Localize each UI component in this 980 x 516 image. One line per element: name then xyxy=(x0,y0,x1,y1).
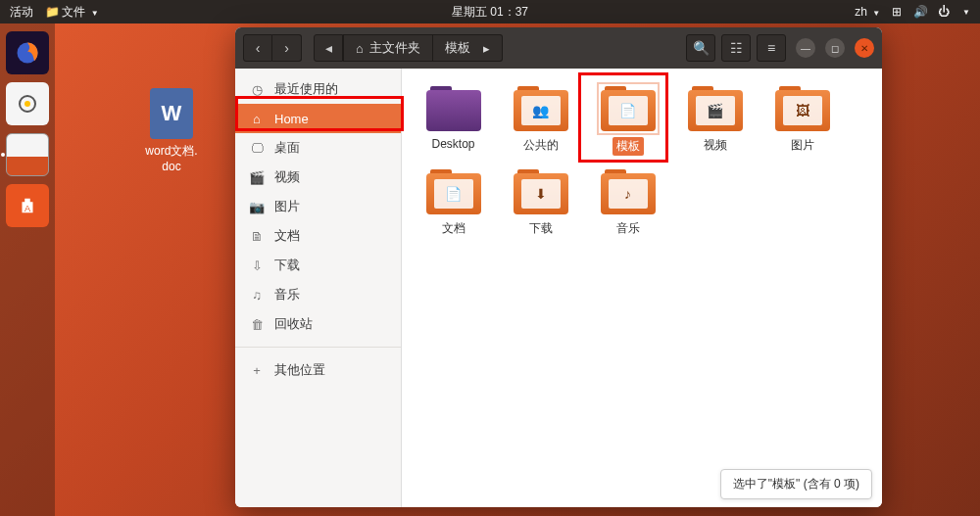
sidebar-item-label: 最近使用的 xyxy=(274,80,338,98)
content-area: Desktop👥公共的📄模板🎬视频🖼图片📄文档⬇下载♪音乐 选中了"模板" (含… xyxy=(402,69,882,507)
clock[interactable]: 星期五 01：37 xyxy=(452,4,528,21)
word-icon: W xyxy=(150,88,193,139)
path-prev-button[interactable]: ◂ xyxy=(314,34,343,62)
sidebar-item-doc[interactable]: 🗎文档 xyxy=(235,221,401,251)
folder-icon: ⬇ xyxy=(514,169,568,214)
folder-icon xyxy=(426,86,481,131)
sidebar-item-clock[interactable]: ◷最近使用的 xyxy=(235,74,401,104)
titlebar: ‹ › ◂ ⌂主文件夹 模板 ▸ 🔍 ☷ ≡ — ◻ ✕ xyxy=(235,27,882,69)
desktop-file-label: word文档. doc xyxy=(137,143,206,173)
home-icon: ⌂ xyxy=(356,41,364,56)
sidebar-item-label: Home xyxy=(274,112,309,126)
dock-rhythmbox[interactable] xyxy=(6,82,49,125)
desktop-file-word[interactable]: W word文档. doc xyxy=(137,88,206,173)
input-method[interactable]: zh ▼ xyxy=(855,5,880,19)
folder-item[interactable]: Desktop xyxy=(421,86,485,156)
view-toggle-button[interactable]: ☷ xyxy=(721,34,751,62)
home-icon: ⌂ xyxy=(249,111,265,126)
folder-label: 音乐 xyxy=(616,221,640,235)
sidebar-item-music[interactable]: ♫音乐 xyxy=(235,280,401,309)
window-minimize-button[interactable]: — xyxy=(796,38,815,58)
nav-back-button[interactable]: ‹ xyxy=(243,34,272,62)
folder-label: 视频 xyxy=(704,138,727,152)
volume-icon[interactable]: 🔊 xyxy=(913,5,927,19)
chevron-down-icon: ▼ xyxy=(91,9,99,18)
trash-icon: 🗑 xyxy=(249,316,265,332)
svg-text:A: A xyxy=(24,204,31,213)
sidebar-item-label: 图片 xyxy=(274,198,300,215)
pathbar: ◂ ⌂主文件夹 模板 ▸ xyxy=(314,34,503,62)
hamburger-button[interactable]: ≡ xyxy=(757,34,786,62)
folder-item[interactable]: 👥公共的 xyxy=(509,86,572,156)
music-icon: ♫ xyxy=(249,287,265,303)
sidebar-item-label: 视频 xyxy=(274,168,300,186)
path-segment-home[interactable]: ⌂主文件夹 xyxy=(343,34,433,62)
sidebar-item-label: 文档 xyxy=(274,227,300,245)
folder-icon: 📄 xyxy=(426,169,481,214)
sidebar-item-image[interactable]: 📷图片 xyxy=(235,192,401,221)
folder-item[interactable]: ⬇下载 xyxy=(509,169,572,237)
sidebar-item-download[interactable]: ⇩下载 xyxy=(235,251,401,280)
sidebar-item-label: 桌面 xyxy=(274,139,300,157)
sidebar-item-trash[interactable]: 🗑回收站 xyxy=(235,309,401,339)
svg-point-2 xyxy=(24,101,30,107)
folder-icon: 📄 xyxy=(601,86,656,131)
folder-label: Desktop xyxy=(431,137,474,151)
search-button[interactable]: 🔍 xyxy=(686,34,715,62)
sidebar-item-desktop[interactable]: 🖵桌面 xyxy=(235,133,401,163)
dock-firefox[interactable] xyxy=(6,31,49,74)
network-icon[interactable]: ⊞ xyxy=(890,5,904,19)
power-icon[interactable]: ⏻ xyxy=(937,5,951,19)
folder-item[interactable]: 🎬视频 xyxy=(683,86,747,156)
dock: A xyxy=(0,23,55,516)
sidebar-item-video[interactable]: 🎬视频 xyxy=(235,163,401,192)
folder-item[interactable]: ♪音乐 xyxy=(596,169,660,237)
video-icon: 🎬 xyxy=(249,169,265,185)
files-window: ‹ › ◂ ⌂主文件夹 模板 ▸ 🔍 ☷ ≡ — ◻ ✕ ◷最近使用的⌂Home… xyxy=(235,27,882,507)
folder-icon: 🖼 xyxy=(775,86,830,131)
path-segment-current[interactable]: 模板 ▸ xyxy=(433,34,503,62)
clock-icon: ◷ xyxy=(249,81,265,97)
dock-files[interactable] xyxy=(6,133,49,176)
files-icon: 📁 xyxy=(45,5,59,19)
window-close-button[interactable]: ✕ xyxy=(855,38,874,58)
dock-software[interactable]: A xyxy=(6,184,49,227)
sidebar-item-label: 其他位置 xyxy=(274,361,325,379)
sidebar-item-other[interactable]: +其他位置 xyxy=(235,355,401,385)
window-maximize-button[interactable]: ◻ xyxy=(825,38,845,58)
sidebar-item-label: 音乐 xyxy=(274,286,300,304)
folder-label: 下载 xyxy=(529,221,553,235)
top-panel: 活动 📁 文件 ▼ 星期五 01：37 zh ▼ ⊞ 🔊 ⏻ ▼ xyxy=(0,0,980,23)
download-icon: ⇩ xyxy=(249,258,265,273)
sidebar-item-label: 下载 xyxy=(274,257,300,274)
app-menu[interactable]: 📁 文件 ▼ xyxy=(45,4,99,21)
folder-label: 公共的 xyxy=(523,138,559,152)
statusbar: 选中了"模板" (含有 0 项) xyxy=(720,469,872,499)
chevron-down-icon: ▼ xyxy=(962,8,970,17)
folder-label: 文档 xyxy=(442,221,466,235)
image-icon: 📷 xyxy=(249,199,265,214)
folder-icon: 👥 xyxy=(514,86,568,131)
folder-label: 模板 xyxy=(612,137,644,156)
folder-item[interactable]: 📄模板 xyxy=(596,86,660,156)
desktop-icon: 🖵 xyxy=(249,140,265,156)
sidebar-item-home[interactable]: ⌂Home xyxy=(235,104,401,133)
folder-label: 图片 xyxy=(791,138,814,152)
folder-icon: ♪ xyxy=(601,169,656,214)
activities-button[interactable]: 活动 xyxy=(10,4,33,21)
folder-item[interactable]: 🖼图片 xyxy=(770,86,834,156)
folder-icon: 🎬 xyxy=(688,86,743,131)
folder-item[interactable]: 📄文档 xyxy=(421,169,485,237)
doc-icon: 🗎 xyxy=(249,228,265,244)
nav-forward-button[interactable]: › xyxy=(272,34,302,62)
sidebar-item-label: 回收站 xyxy=(274,315,313,333)
sidebar-separator xyxy=(235,347,401,348)
sidebar: ◷最近使用的⌂Home🖵桌面🎬视频📷图片🗎文档⇩下载♫音乐🗑回收站+其他位置 xyxy=(235,69,402,507)
plus-icon: + xyxy=(249,362,265,378)
